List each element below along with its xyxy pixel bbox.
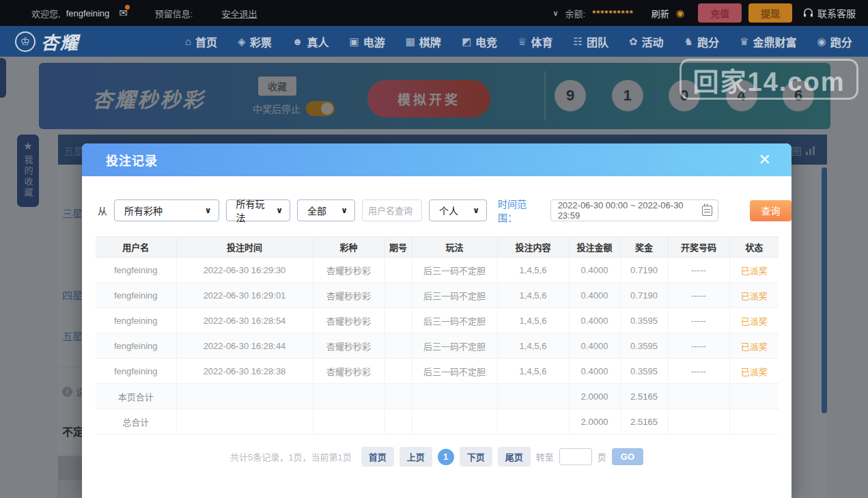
search-button[interactable]: 查询 xyxy=(750,200,792,221)
cell-bet-time: 2022-06-30 16:29:30 xyxy=(176,258,313,283)
mail-icon[interactable]: ✉ xyxy=(119,7,128,19)
support-label: 联系客服 xyxy=(817,6,856,20)
cell-play: 后三一码不定胆 xyxy=(412,359,497,384)
nav-item-lottery[interactable]: ◈彩票 xyxy=(238,33,272,50)
play-select[interactable]: 所有玩法∨ xyxy=(226,199,291,221)
refresh-balance-button[interactable]: 刷新 xyxy=(652,7,669,20)
table-row: fengfeining2022-06-30 16:28:54杏耀秒秒彩后三一码不… xyxy=(96,308,779,333)
table-row: fengfeining2022-06-30 16:29:01杏耀秒秒彩后三一码不… xyxy=(96,283,779,308)
nav-item-home[interactable]: ⌂首页 xyxy=(185,33,217,50)
cell-content: 1,4,5,6 xyxy=(497,333,569,359)
cell-play: 后三一码不定胆 xyxy=(412,333,497,359)
cell-status: 已派奖 xyxy=(729,308,779,333)
cell-amount: 0.4000 xyxy=(569,283,620,308)
brand-name: 杏耀 xyxy=(41,29,79,54)
page: 欢迎您, fengfeining ✉ 预留信息: 安全退出 ∨ 余额: ****… xyxy=(0,0,868,498)
first-page-button[interactable]: 首页 xyxy=(361,447,394,467)
balance-value: ********** xyxy=(592,8,634,18)
cell-prize: 0.7190 xyxy=(620,283,668,308)
eye-icon[interactable]: ◉ xyxy=(676,8,684,18)
nav-item-team[interactable]: ☷团队 xyxy=(574,33,608,50)
cell-amount: 0.4000 xyxy=(569,258,620,283)
nav-item-label: 彩票 xyxy=(250,33,272,50)
cell-status: 已派奖 xyxy=(729,333,779,359)
modal-header: 投注记录 ✕ xyxy=(82,143,792,176)
col-content: 投注内容 xyxy=(497,237,569,258)
nav-item-label: 体育 xyxy=(531,33,553,50)
col-prize: 奖金 xyxy=(620,237,668,258)
cell-lottery: 杏耀秒秒彩 xyxy=(313,283,384,308)
nav-item-room-paofen[interactable]: ◉跑分 xyxy=(817,33,852,50)
next-page-button[interactable]: 下页 xyxy=(460,447,492,467)
grand-total-row: 总合计 2.0000 2.5165 xyxy=(96,409,779,434)
page-total-prize: 2.5165 xyxy=(620,384,668,409)
cards-icon: ▦ xyxy=(406,36,415,48)
last-page-button[interactable]: 尾页 xyxy=(498,447,531,467)
cell-prize: 0.3595 xyxy=(620,333,668,359)
grand-total-prize: 2.5165 xyxy=(620,409,668,434)
filter-bar: 从 所有彩种∨ 所有玩法∨ 全部∨ 个人∨ 时间范围： 2022-06-30 0… xyxy=(98,197,792,224)
nav-item-jinding-wealth[interactable]: ♛金鼎财富 xyxy=(740,33,796,50)
nav-item-label: 团队 xyxy=(587,33,608,50)
col-lottery: 彩种 xyxy=(313,237,384,258)
cell-lottery: 杏耀秒秒彩 xyxy=(313,258,384,283)
cell-issue xyxy=(384,333,412,359)
brand-logo[interactable]: ♔ 杏耀 xyxy=(15,29,79,54)
cell-bet-time: 2022-06-30 16:28:54 xyxy=(176,308,313,333)
table-row: fengfeining2022-06-30 16:28:38杏耀秒秒彩后三一码不… xyxy=(96,359,779,384)
nav-items: ⌂首页◈彩票☻真人▣电游▦棋牌◩电竞♕体育☷团队✿活动♞跑分♛金鼎财富◉跑分 xyxy=(185,33,852,50)
grand-total-label: 总合计 xyxy=(96,409,176,434)
chevron-down-icon: ∨ xyxy=(276,206,283,215)
col-result: 开奖号码 xyxy=(668,237,729,258)
goto-label: 转至 xyxy=(536,450,554,463)
contact-support-button[interactable]: 联系客服 xyxy=(803,6,856,20)
top-bar: 欢迎您, fengfeining ✉ 预留信息: 安全退出 ∨ 余额: ****… xyxy=(0,0,868,26)
cell-lottery: 杏耀秒秒彩 xyxy=(313,308,384,333)
username-search-input[interactable] xyxy=(362,199,422,221)
withdraw-button[interactable]: 提现 xyxy=(748,3,792,23)
bet-records-modal: 投注记录 ✕ 从 所有彩种∨ 所有玩法∨ 全部∨ 个人∨ 时间范围： 2022-… xyxy=(82,143,792,498)
nav-item-sports[interactable]: ♕体育 xyxy=(518,33,552,50)
cell-prize: 0.3595 xyxy=(620,359,668,384)
home-icon: ⌂ xyxy=(185,36,191,47)
table-row: fengfeining2022-06-30 16:28:44杏耀秒秒彩后三一码不… xyxy=(96,333,779,359)
nav-item-esports[interactable]: ◩电竞 xyxy=(462,33,497,50)
lottery-select[interactable]: 所有彩种∨ xyxy=(114,199,219,221)
go-button[interactable]: GO xyxy=(612,448,643,465)
chevron-down-icon: ∨ xyxy=(341,206,348,215)
date-range-input[interactable]: 2022-06-30 00:00 ~ 2022-06-30 23:59 xyxy=(550,199,718,221)
paofen-icon: ♞ xyxy=(684,36,693,48)
nav-item-paofen[interactable]: ♞跑分 xyxy=(684,33,719,50)
nav-item-label: 棋牌 xyxy=(419,33,441,50)
cell-result: ----- xyxy=(668,283,729,308)
nav-item-live[interactable]: ☻真人 xyxy=(292,33,329,50)
nav-item-egame[interactable]: ▣电游 xyxy=(349,33,384,50)
mail-notification-dot xyxy=(125,5,130,10)
cell-play: 后三一码不定胆 xyxy=(412,283,497,308)
nav-item-label: 电竞 xyxy=(475,33,497,50)
cell-content: 1,4,5,6 xyxy=(497,258,569,283)
cell-amount: 0.4000 xyxy=(569,359,620,384)
page-unit-label: 页 xyxy=(598,450,606,463)
current-page-button[interactable]: 1 xyxy=(438,449,454,465)
cell-username: fengfeining xyxy=(96,359,176,384)
grand-total-amount: 2.0000 xyxy=(569,409,620,434)
scope-select[interactable]: 全部∨ xyxy=(297,199,355,221)
balance-chevron-icon[interactable]: ∨ xyxy=(552,9,558,18)
nav-item-activity[interactable]: ✿活动 xyxy=(629,33,664,50)
page-total-row: 本页合计 2.0000 2.5165 xyxy=(96,384,779,409)
cell-issue xyxy=(384,308,412,333)
logout-link[interactable]: 安全退出 xyxy=(221,7,257,20)
nav-item-label: 真人 xyxy=(307,33,328,50)
page-total-label: 本页合计 xyxy=(96,384,176,409)
target-select[interactable]: 个人∨ xyxy=(429,199,487,221)
pagination: 共计5条记录，1页，当前第1页 首页 上页 1 下页 尾页 转至 页 GO xyxy=(82,447,792,467)
close-icon[interactable]: ✕ xyxy=(759,152,771,167)
recharge-button[interactable]: 充值 xyxy=(698,3,742,23)
cell-result: ----- xyxy=(668,359,729,384)
page-number-input[interactable] xyxy=(559,448,592,465)
cell-issue xyxy=(384,359,412,384)
table-row: fengfeining2022-06-30 16:29:30杏耀秒秒彩后三一码不… xyxy=(96,258,779,283)
nav-item-cards[interactable]: ▦棋牌 xyxy=(406,33,441,50)
prev-page-button[interactable]: 上页 xyxy=(400,447,432,467)
